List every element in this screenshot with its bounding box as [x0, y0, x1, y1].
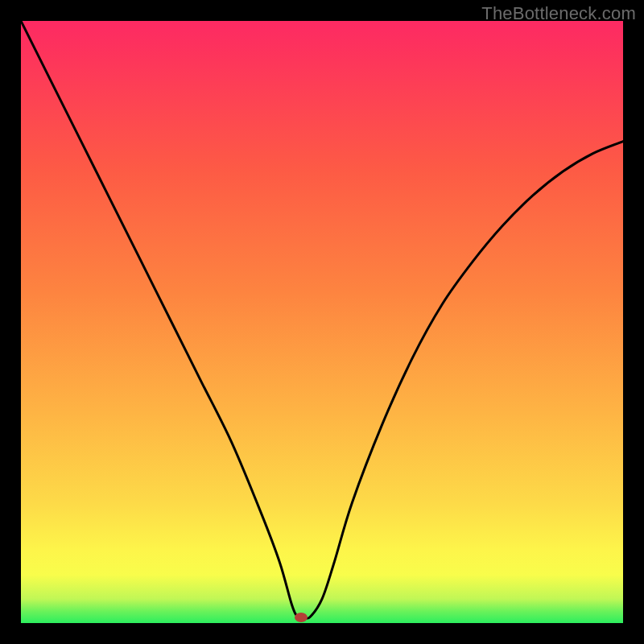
plot-gradient-background: [21, 21, 623, 623]
bottleneck-marker: [295, 613, 308, 622]
chart-container: TheBottleneck.com: [0, 0, 644, 644]
watermark-text: TheBottleneck.com: [481, 3, 636, 24]
